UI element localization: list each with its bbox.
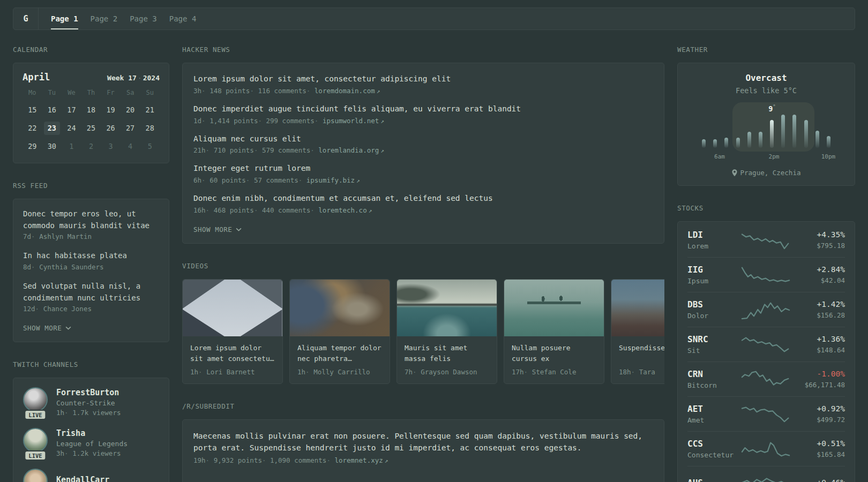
channel-name[interactable]: KendallCarr <box>56 475 109 482</box>
stocks-widget: LDILorem +4.35%$795.18 IIGIpsum +2.84%$4… <box>677 221 855 482</box>
calendar-day-cell: 17 <box>62 103 81 117</box>
video-meta: 7hGrayson Dawson <box>405 368 489 376</box>
tab-page-4[interactable]: Page 4 <box>169 8 197 29</box>
peak-temperature-label: 9° <box>768 104 776 113</box>
temp-bar <box>781 115 785 148</box>
video-thumbnail[interactable] <box>183 280 282 336</box>
story-meta: 3h148 points116 commentsloremdomain.com↗ <box>193 87 653 95</box>
stock-change: +0.46% <box>794 478 845 482</box>
calendar-section: CALENDAR April Week 17·2024 Mo Tu We Th <box>13 46 169 163</box>
rss-item-meta: 12dChance Jones <box>23 305 159 313</box>
stock-name: Dolor <box>687 312 738 320</box>
video-card: Nullam posuere cursus ex 17hStefan Cole <box>504 279 604 384</box>
hackernews-section-label: HACKER NEWS <box>182 46 664 54</box>
hackernews-item: Integer eget rutrum lorem 6h60 points57 … <box>193 163 653 184</box>
rss-show-more-button[interactable]: SHOW MORE <box>23 324 159 332</box>
stock-symbol: IIG <box>687 265 738 275</box>
rss-item-title[interactable]: Sed volutpat nulla nisl, a condimentum n… <box>23 281 159 304</box>
stock-row[interactable]: LDILorem +4.35%$795.18 <box>687 223 845 257</box>
channel-name[interactable]: ForrestBurton <box>56 388 121 397</box>
stock-change: +1.42% <box>794 300 845 308</box>
calendar-day-cell: 26 <box>101 122 121 135</box>
story-domain-link[interactable]: loremdomain.com↗ <box>306 87 380 95</box>
temp-bar <box>702 139 706 148</box>
hackernews-item: Donec enim nibh, condimentum et accumsan… <box>193 193 653 214</box>
channel-game[interactable]: League of Legends <box>56 440 128 448</box>
stock-change: +0.92% <box>794 404 845 413</box>
video-thumbnail[interactable] <box>504 280 604 336</box>
calendar-day-cell: 29 <box>23 140 42 153</box>
video-card: Mauris sit amet massa felis 7hGrayson Da… <box>396 279 497 384</box>
video-title[interactable]: Lorem ipsum dolor sit amet consectetu… <box>190 343 275 364</box>
videos-section: VIDEOS Lorem ipsum dolor sit amet consec… <box>182 262 664 384</box>
weekday-label: Fr <box>101 89 121 99</box>
tab-page-3[interactable]: Page 3 <box>130 8 157 29</box>
video-title[interactable]: Aliquam tempor dolor nec pharetra… <box>297 343 382 364</box>
location-pin-icon <box>732 169 737 177</box>
weather-feels-like: Feels like 5°C <box>689 86 844 95</box>
calendar-day-cell: 21 <box>140 103 160 117</box>
rss-section: RSS FEED Donec tempor eros leo, ut commo… <box>13 182 169 342</box>
weekday-label: Mo <box>23 89 42 99</box>
rss-item: Donec tempor eros leo, ut commodo mauris… <box>23 208 159 240</box>
temp-bar <box>827 136 830 148</box>
channel-avatar[interactable] <box>23 387 48 412</box>
app-logo[interactable]: G <box>13 8 39 29</box>
channel-name[interactable]: Trisha <box>56 428 128 438</box>
temp-bar <box>815 131 819 148</box>
story-title[interactable]: Donec imperdiet augue tincidunt felis al… <box>193 103 653 115</box>
video-thumbnail[interactable] <box>611 280 664 336</box>
calendar-day-cell: 1 <box>62 140 81 153</box>
tab-page-2[interactable]: Page 2 <box>91 8 118 29</box>
left-column: CALENDAR April Week 17·2024 Mo Tu We Th <box>13 46 169 482</box>
hackernews-show-more-button[interactable]: SHOW MORE <box>193 225 653 234</box>
rss-item: Sed volutpat nulla nisl, a condimentum n… <box>23 281 159 313</box>
story-domain-link[interactable]: loremlandia.org↗ <box>310 146 384 154</box>
temp-bar-current <box>770 120 774 148</box>
weather-section: WEATHER Overcast Feels like 5°C <box>677 46 855 186</box>
post-title[interactable]: Maecenas mollis pulvinar erat non posuer… <box>193 430 653 454</box>
calendar-day-cell: 5 <box>140 140 160 153</box>
channel-avatar[interactable] <box>23 428 48 453</box>
video-thumbnail[interactable] <box>397 280 497 336</box>
story-title[interactable]: Aliquam nec cursus elit <box>193 133 653 145</box>
temp-bar <box>736 138 740 148</box>
story-domain-link[interactable]: ipsumify.biz↗ <box>298 176 360 184</box>
channel-game[interactable]: Counter-Strike <box>56 399 121 407</box>
story-meta: 1d1,414 points299 commentsipsumworld.net… <box>193 117 653 125</box>
stock-row[interactable]: AHS +0.46% <box>687 466 845 482</box>
stock-row[interactable]: CCSConsectetur +0.51%$165.84 <box>687 431 845 466</box>
rss-item-title[interactable]: Donec tempor eros leo, ut commodo mauris… <box>23 208 159 231</box>
tab-page-1[interactable]: Page 1 <box>51 8 78 29</box>
stock-row[interactable]: AETAmet +0.92%$499.72 <box>687 396 845 431</box>
story-title[interactable]: Lorem ipsum dolor sit amet, consectetur … <box>193 73 653 85</box>
stock-change: +2.84% <box>794 265 845 274</box>
hackernews-section: HACKER NEWS Lorem ipsum dolor sit amet, … <box>182 46 664 244</box>
stock-row[interactable]: CRNBitcorn -1.00%$66,171.48 <box>687 362 845 396</box>
story-title[interactable]: Donec enim nibh, condimentum et accumsan… <box>193 193 653 205</box>
hackernews-item: Donec imperdiet augue tincidunt felis al… <box>193 103 653 125</box>
channel-avatar[interactable] <box>23 469 48 482</box>
middle-column: HACKER NEWS Lorem ipsum dolor sit amet, … <box>182 46 664 482</box>
stock-row[interactable]: IIGIpsum +2.84%$42.04 <box>687 257 845 292</box>
rss-item-title[interactable]: In hac habitasse platea <box>23 250 159 262</box>
temp-bar <box>804 120 808 148</box>
external-link-icon: ↗ <box>383 457 388 464</box>
video-meta: 1hLori Barnett <box>190 368 275 376</box>
weather-widget: Overcast Feels like 5°C <box>677 63 855 186</box>
story-title[interactable]: Integer eget rutrum lorem <box>193 163 653 175</box>
video-title[interactable]: Mauris sit amet massa felis <box>405 343 489 364</box>
story-domain-link[interactable]: ipsumworld.net↗ <box>315 117 384 125</box>
post-domain-link[interactable]: loremnet.xyz↗ <box>326 456 388 464</box>
twitch-channel-row: KendallCarr <box>23 469 159 482</box>
stock-row[interactable]: DBSDolor +1.42%$156.28 <box>687 292 845 327</box>
stock-row[interactable]: SNRCSit +1.36%$148.64 <box>687 327 845 362</box>
video-title[interactable]: Suspendisse diam <box>619 343 664 364</box>
stock-change: +0.51% <box>794 439 845 448</box>
video-title[interactable]: Nullam posuere cursus ex <box>512 343 596 364</box>
calendar-day-cell: 20 <box>121 103 140 117</box>
story-domain-link[interactable]: loremtech.co↗ <box>310 206 372 214</box>
video-thumbnail[interactable] <box>290 280 390 336</box>
twitch-widget: LIVE ForrestBurton Counter-Strike 1h1.7k… <box>13 378 169 482</box>
calendar-day-cell: 15 <box>23 103 42 117</box>
